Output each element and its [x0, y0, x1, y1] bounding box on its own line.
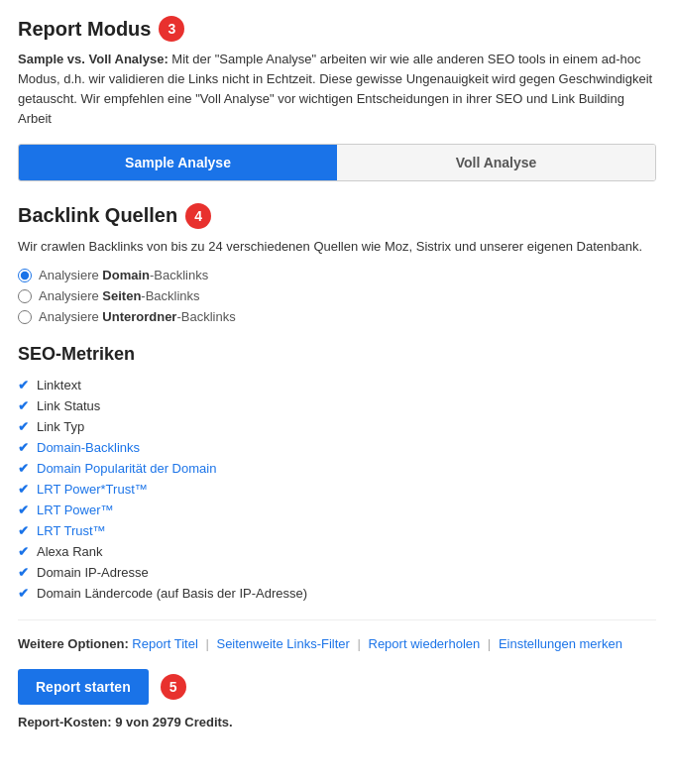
radio-seiten[interactable]: Analysiere Seiten-Backlinks: [18, 288, 656, 303]
metrics-list: ✔ Linktext ✔ Link Status ✔ Link Typ ✔ Do…: [18, 375, 656, 604]
metric-label: Linktext: [37, 378, 81, 392]
metric-linktext: ✔ Linktext: [18, 375, 656, 395]
report-kosten: Report-Kosten: 9 von 2979 Credits.: [18, 715, 656, 729]
sample-analyse-tab[interactable]: Sample Analyse: [19, 145, 337, 180]
metric-domain-ip: ✔ Domain IP-Adresse: [18, 562, 656, 583]
radio-domain[interactable]: Analysiere Domain-Backlinks: [18, 268, 656, 282]
metric-lrt-trust: ✔ LRT Trust™: [18, 520, 656, 541]
check-icon: ✔: [18, 586, 29, 601]
report-modus-badge: 3: [159, 16, 184, 42]
metric-label: Domain Ländercode (auf Basis der IP-Adre…: [37, 586, 307, 601]
link-report-titel[interactable]: Report Titel: [132, 636, 197, 651]
seo-metriken-title: SEO-Metriken: [18, 344, 656, 365]
metric-lrt-power-trust: ✔ LRT Power*Trust™: [18, 479, 656, 500]
radio-domain-label: Analysiere Domain-Backlinks: [39, 268, 208, 282]
link-einstellungen-merken[interactable]: Einstellungen merken: [499, 636, 622, 651]
radio-seiten-label: Analysiere Seiten-Backlinks: [39, 288, 200, 303]
separator: |: [205, 636, 208, 651]
report-modus-title: Report Modus: [18, 18, 151, 41]
check-icon: ✔: [18, 419, 29, 434]
radio-unterordner-input[interactable]: [18, 310, 32, 324]
separator: |: [488, 636, 491, 651]
report-starten-row: Report starten 5: [18, 669, 656, 705]
check-icon: ✔: [18, 544, 29, 559]
backlink-quellen-badge: 4: [185, 203, 211, 229]
backlink-quellen-title: Backlink Quellen: [18, 204, 177, 227]
metric-link[interactable]: Domain-Backlinks: [37, 440, 140, 455]
separator: |: [357, 636, 360, 651]
check-icon: ✔: [18, 482, 29, 497]
link-report-wiederholen[interactable]: Report wiederholen: [369, 636, 481, 651]
weitere-optionen-label: Weitere Optionen:: [18, 636, 129, 651]
metric-link-typ: ✔ Link Typ: [18, 416, 656, 437]
analysis-tab-group: Sample Analyse Voll Analyse: [18, 144, 656, 181]
report-starten-badge: 5: [161, 674, 186, 700]
metric-alexa-rank: ✔ Alexa Rank: [18, 541, 656, 562]
report-modus-header: Report Modus 3: [18, 16, 656, 42]
metric-domain-landercode: ✔ Domain Ländercode (auf Basis der IP-Ad…: [18, 583, 656, 604]
metric-link[interactable]: LRT Power*Trust™: [37, 482, 148, 497]
radio-unterordner[interactable]: Analysiere Unterordner-Backlinks: [18, 309, 656, 324]
radio-unterordner-label: Analysiere Unterordner-Backlinks: [39, 309, 236, 324]
weitere-optionen-section: Weitere Optionen: Report Titel | Seitenw…: [18, 619, 656, 655]
check-icon: ✔: [18, 378, 29, 392]
check-icon: ✔: [18, 565, 29, 580]
backlink-quellen-section: Backlink Quellen 4 Wir crawlen Backlinks…: [18, 203, 656, 325]
metric-label: Link Status: [37, 398, 100, 413]
metric-label: Link Typ: [37, 419, 84, 434]
report-starten-button[interactable]: Report starten: [18, 669, 149, 705]
metric-label: Alexa Rank: [37, 544, 102, 559]
backlink-quellen-description: Wir crawlen Backlinks von bis zu 24 vers…: [18, 237, 656, 257]
metric-link[interactable]: LRT Trust™: [37, 523, 106, 538]
metric-lrt-power: ✔ LRT Power™: [18, 500, 656, 520]
metric-domain-backlinks: ✔ Domain-Backlinks: [18, 437, 656, 458]
report-modus-description: Sample vs. Voll Analyse: Mit der "Sample…: [18, 50, 656, 130]
voll-analyse-tab[interactable]: Voll Analyse: [337, 145, 655, 180]
backlink-quellen-header: Backlink Quellen 4: [18, 203, 656, 229]
check-icon: ✔: [18, 461, 29, 476]
metric-link-status: ✔ Link Status: [18, 395, 656, 416]
check-icon: ✔: [18, 440, 29, 455]
metric-label: Domain IP-Adresse: [37, 565, 149, 580]
metric-domain-popularitat: ✔ Domain Popularität der Domain: [18, 458, 656, 479]
seo-metriken-section: SEO-Metriken ✔ Linktext ✔ Link Status ✔ …: [18, 344, 656, 604]
radio-seiten-input[interactable]: [18, 289, 32, 303]
check-icon: ✔: [18, 503, 29, 517]
radio-domain-input[interactable]: [18, 269, 32, 282]
check-icon: ✔: [18, 523, 29, 538]
check-icon: ✔: [18, 398, 29, 413]
backlink-radio-group: Analysiere Domain-Backlinks Analysiere S…: [18, 268, 656, 324]
description-label: Sample vs. Voll Analyse:: [18, 52, 168, 66]
link-seitenweite-links-filter[interactable]: Seitenweite Links-Filter: [216, 636, 349, 651]
metric-link[interactable]: LRT Power™: [37, 503, 114, 517]
metric-link[interactable]: Domain Popularität der Domain: [37, 461, 216, 476]
